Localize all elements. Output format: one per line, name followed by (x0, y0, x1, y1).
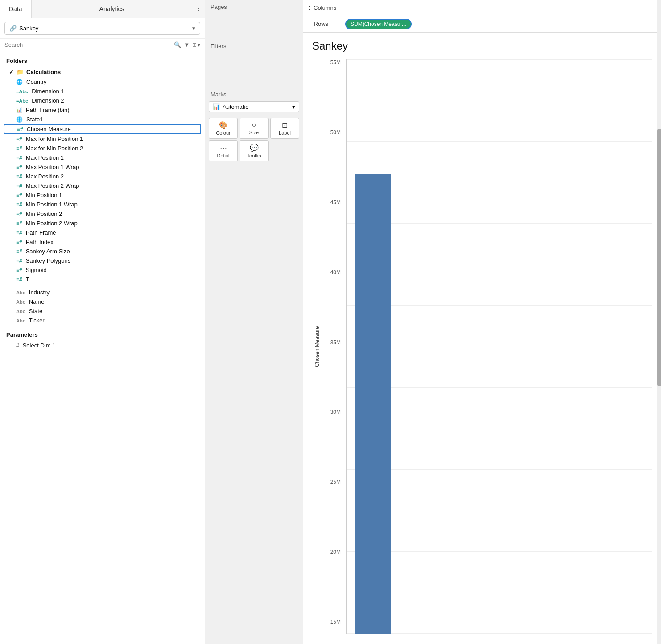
folder-icon: 📁 (17, 69, 24, 75)
hash-icon: ≡# (16, 277, 22, 283)
pages-content[interactable] (205, 12, 303, 39)
field-chosen-measure[interactable]: ≡# Chosen Measure (4, 124, 201, 134)
field-dimension2[interactable]: =Abc Dimension 2 (0, 96, 205, 105)
field-name[interactable]: Abc Name (0, 297, 205, 306)
hash-icon: ≡# (16, 173, 22, 180)
filters-section: Filters (205, 39, 303, 87)
chart-body (346, 59, 652, 634)
field-min-pos-2[interactable]: ≡# Min Position 2 (0, 209, 205, 219)
abc-icon: =Abc (16, 89, 28, 94)
hash-icon: ≡# (16, 164, 22, 170)
datasource-dropdown-container: 🔗 Sankey ▾ (0, 18, 205, 39)
datasource-dropdown[interactable]: 🔗 Sankey ▾ (4, 22, 200, 35)
field-sankey-arm[interactable]: ≡# Sankey Arm Size (0, 247, 205, 256)
hash-icon: ≡# (16, 136, 22, 142)
calculations-folder[interactable]: ✓ 📁 Calculations (0, 67, 205, 77)
pages-label: Pages (205, 0, 303, 12)
y-axis-values: 55M 50M 45M 40M 35M 30M 25M 20M 15M (322, 59, 344, 634)
hash-icon: ≡# (16, 145, 22, 152)
colour-icon: 🎨 (219, 121, 228, 129)
field-max-pos-2[interactable]: ≡# Max Position 2 (0, 172, 205, 181)
detail-icon: ⋯ (220, 144, 227, 152)
marks-colour-button[interactable]: 🎨 Colour (209, 118, 238, 139)
field-max-min-2[interactable]: ≡# Max for Min Position 2 (0, 144, 205, 153)
grid-line (347, 59, 652, 60)
field-state1[interactable]: 🌐 State1 (0, 115, 205, 124)
field-min-pos-1-wrap[interactable]: ≡# Min Position 1 Wrap (0, 200, 205, 209)
datasource-icon: 🔗 (9, 25, 17, 32)
field-path-frame-bin[interactable]: 📊 Path Frame (bin) (0, 105, 205, 115)
bar-icon: 📊 (16, 107, 22, 113)
field-sankey-poly[interactable]: ≡# Sankey Polygons (0, 256, 205, 265)
search-input[interactable] (4, 41, 171, 48)
pages-section: Pages (205, 0, 303, 39)
grid-line (347, 387, 652, 388)
tab-analytics[interactable]: Analytics (32, 0, 192, 18)
collapse-button[interactable]: ‹ (192, 0, 205, 18)
grid-view-icon[interactable]: ⊞ (192, 42, 197, 48)
marks-label: Marks (205, 87, 303, 99)
field-industry[interactable]: Abc Industry (0, 288, 205, 297)
grid-line (347, 305, 652, 306)
chevron-view-icon[interactable]: ▾ (198, 42, 200, 48)
field-sigmoid[interactable]: ≡# Sigmoid (0, 265, 205, 275)
marks-label-button[interactable]: ⊡ Label (270, 118, 299, 139)
marks-tooltip-button[interactable]: 💬 Tooltip (240, 140, 269, 161)
field-dimension1[interactable]: =Abc Dimension 1 (0, 87, 205, 96)
abc-plain-icon: Abc (16, 290, 25, 295)
field-max-pos-1-wrap[interactable]: ≡# Max Position 1 Wrap (0, 162, 205, 172)
hash-icon: ≡# (16, 258, 22, 264)
rows-pill[interactable]: SUM(Chosen Measur... (345, 19, 412, 29)
field-max-pos-1[interactable]: ≡# Max Position 1 (0, 153, 205, 162)
hash-plain-icon: # (16, 343, 19, 349)
chevron-down-icon: ✓ (9, 69, 14, 75)
field-max-pos-2-wrap[interactable]: ≡# Max Position 2 Wrap (0, 181, 205, 190)
hash-icon: ≡# (17, 126, 23, 132)
field-min-pos-2-wrap[interactable]: ≡# Min Position 2 Wrap (0, 219, 205, 228)
field-country[interactable]: 🌐 Country (0, 77, 205, 87)
grid-line (347, 469, 652, 470)
marks-type-dropdown[interactable]: 📊 Automatic ▾ (209, 101, 299, 112)
rows-shelf[interactable]: ≡ Rows SUM(Chosen Measur... (303, 16, 661, 32)
filter-icon[interactable]: ▼ (184, 41, 190, 48)
filters-label: Filters (205, 39, 303, 51)
hash-icon: ≡# (16, 239, 22, 245)
grid-line (347, 633, 652, 634)
chart-title: Sankey (312, 40, 652, 52)
abc-plain-icon: Abc (16, 299, 25, 305)
chart-bar[interactable] (355, 174, 391, 634)
rows-icon: ≡ (308, 21, 311, 27)
field-path-frame[interactable]: ≡# Path Frame (0, 228, 205, 237)
field-t[interactable]: ≡# T (0, 275, 205, 284)
field-min-pos-1[interactable]: ≡# Min Position 1 (0, 190, 205, 200)
tooltip-icon: 💬 (250, 144, 259, 152)
rows-label: ≡ Rows (303, 19, 343, 29)
middle-panel: Pages Filters Marks 📊 Automatic ▾ 🎨 Colo… (205, 0, 303, 644)
hash-icon: ≡# (16, 248, 22, 255)
bar-chart-icon: 📊 (213, 103, 220, 110)
field-state[interactable]: Abc State (0, 306, 205, 316)
search-bar: 🔍 ▼ ⊞ ▾ (0, 39, 205, 51)
marks-detail-button[interactable]: ⋯ Detail (209, 140, 238, 161)
hash-icon: ≡# (16, 183, 22, 189)
field-path-index[interactable]: ≡# Path Index (0, 237, 205, 247)
parameters-header: Parameters (0, 329, 205, 341)
abc-plain-icon: Abc (16, 318, 25, 323)
marks-section: Marks 📊 Automatic ▾ 🎨 Colour ○ Size ⊡ La… (205, 87, 303, 644)
tab-data[interactable]: Data (0, 0, 32, 18)
abc-icon: =Abc (16, 98, 28, 103)
field-select-dim-1[interactable]: # Select Dim 1 (0, 341, 205, 350)
marks-size-button[interactable]: ○ Size (240, 118, 269, 139)
grid-line (347, 141, 652, 142)
view-toggle: ⊞ ▾ (192, 42, 200, 48)
columns-icon: ⫶ (308, 4, 311, 11)
columns-shelf[interactable]: ⫶ Columns (303, 0, 661, 16)
filters-content[interactable] (205, 51, 303, 87)
hash-icon: ≡# (16, 267, 22, 273)
field-max-min-1[interactable]: ≡# Max for Min Position 1 (0, 134, 205, 144)
field-ticker[interactable]: Abc Ticker (0, 316, 205, 325)
chart-wrapper: Chosen Measure 55M 50M 45M 40M 35M 30M 2… (312, 59, 652, 634)
chart-plot (346, 59, 652, 634)
grid-line (347, 223, 652, 224)
hash-icon: ≡# (16, 220, 22, 227)
